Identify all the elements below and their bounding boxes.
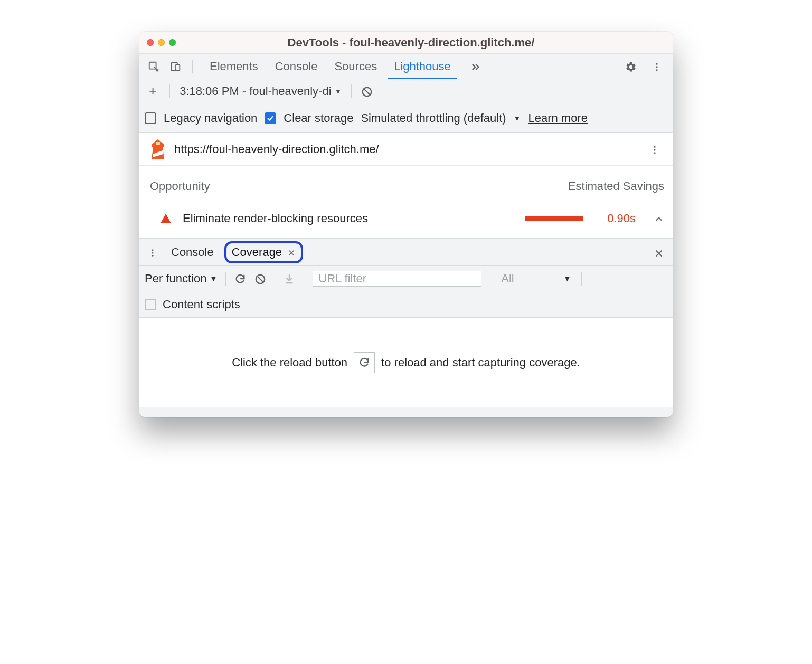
zoom-window-button[interactable] [169, 39, 176, 46]
content-scripts-row: Content scripts [139, 291, 673, 318]
lighthouse-options: Legacy navigation Clear storage Simulate… [139, 103, 673, 133]
estimated-savings-label: Estimated Savings [568, 179, 664, 193]
dropdown-caret-icon: ▼ [563, 274, 571, 283]
reload-button[interactable] [354, 352, 375, 373]
coverage-msg-part-a: Click the reload button [232, 356, 347, 369]
coverage-toolbar: Per function ▼ URL filter All ▼ [139, 266, 673, 291]
opportunity-text: Eliminate render-blocking resources [183, 212, 368, 225]
svg-point-15 [152, 252, 154, 254]
tab-label: Console [275, 60, 318, 73]
drawer-tab-coverage[interactable]: Coverage [224, 241, 303, 263]
window-title-bar: DevTools - foul-heavenly-direction.glitc… [139, 32, 673, 54]
opportunity-header: Opportunity Estimated Savings [139, 166, 673, 199]
clear-storage-checkbox[interactable] [265, 112, 276, 124]
window-title: DevTools - foul-heavenly-direction.glitc… [183, 36, 639, 50]
svg-point-3 [656, 63, 657, 64]
coverage-granularity-select[interactable]: Per function ▼ [145, 272, 217, 286]
separator [581, 272, 582, 286]
tab-lighthouse[interactable]: Lighthouse [385, 54, 459, 79]
opportunity-label: Opportunity [150, 179, 210, 193]
tab-label: Elements [210, 60, 258, 73]
coverage-msg-part-b: to reload and start capturing coverage. [381, 356, 580, 369]
minimize-window-button[interactable] [158, 39, 165, 46]
legacy-navigation-checkbox[interactable] [145, 112, 156, 124]
svg-rect-18 [286, 282, 293, 283]
report-selector-label: 3:18:06 PM - foul-heavenly-di [180, 84, 331, 98]
svg-point-11 [654, 146, 655, 147]
learn-more-link[interactable]: Learn more [528, 111, 588, 125]
close-tab-icon[interactable] [287, 245, 296, 259]
devtools-window: DevTools - foul-heavenly-direction.glitc… [139, 32, 673, 417]
lighthouse-logo-icon [150, 139, 166, 159]
savings-bar [525, 216, 583, 221]
dropdown-caret-icon: ▼ [335, 87, 342, 96]
more-tabs-icon[interactable] [466, 60, 486, 73]
opportunity-item[interactable]: Eliminate render-blocking resources 0.90… [139, 199, 673, 239]
clear-button[interactable] [361, 84, 373, 98]
content-scripts-label: Content scripts [163, 298, 240, 311]
tab-elements[interactable]: Elements [201, 54, 267, 79]
drawer-tab-bar: Console Coverage [139, 239, 673, 266]
settings-gear-icon[interactable] [621, 60, 641, 73]
svg-point-12 [654, 149, 655, 150]
export-icon [284, 272, 295, 286]
url-filter-input[interactable]: URL filter [313, 271, 481, 287]
report-url: https://foul-heavenly-direction.glitch.m… [174, 143, 379, 156]
throttling-dropdown-caret-icon[interactable]: ▼ [514, 114, 521, 122]
separator [169, 84, 170, 98]
report-menu-icon[interactable] [647, 143, 662, 156]
svg-point-4 [656, 66, 657, 68]
drawer-tab-label: Coverage [232, 245, 282, 259]
separator [351, 84, 352, 98]
coverage-type-filter[interactable]: All ▼ [499, 272, 573, 286]
dropdown-caret-icon: ▼ [210, 274, 217, 283]
drawer-tab-label: Console [171, 245, 214, 259]
svg-rect-8 [156, 142, 160, 145]
granularity-label: Per function [145, 272, 206, 286]
panel-tabs: Elements Console Sources Lighthouse [201, 54, 459, 79]
legacy-navigation-label: Legacy navigation [164, 111, 257, 125]
clear-icon[interactable] [254, 272, 266, 286]
tab-label: Sources [334, 60, 377, 73]
separator [304, 272, 304, 286]
inspect-element-icon[interactable] [146, 61, 162, 72]
traffic-lights [147, 39, 176, 46]
report-url-row: https://foul-heavenly-direction.glitch.m… [139, 133, 673, 166]
content-scripts-checkbox[interactable] [145, 299, 156, 310]
drawer-menu-icon[interactable] [145, 245, 160, 259]
bottom-strip [139, 407, 673, 417]
opportunity-time: 0.90s [607, 212, 636, 225]
new-report-button[interactable]: + [146, 83, 160, 99]
reload-icon[interactable] [234, 272, 246, 286]
type-filter-label: All [501, 272, 514, 286]
close-drawer-icon[interactable] [650, 245, 667, 260]
separator [275, 272, 275, 286]
toggle-device-toolbar-icon[interactable] [168, 61, 184, 72]
separator [192, 60, 193, 73]
tab-label: Lighthouse [394, 60, 451, 73]
svg-point-13 [654, 152, 655, 154]
warning-triangle-icon [160, 214, 171, 223]
lighthouse-toolbar: + 3:18:06 PM - foul-heavenly-di ▼ [139, 79, 673, 103]
main-toolbar: Elements Console Sources Lighthouse [139, 54, 673, 79]
separator [490, 272, 490, 286]
coverage-empty-message: Click the reload button to reload and st… [139, 318, 673, 407]
throttling-label: Simulated throttling (default) [361, 111, 506, 125]
report-selector[interactable]: 3:18:06 PM - foul-heavenly-di ▼ [180, 84, 342, 98]
svg-point-16 [152, 255, 154, 257]
more-options-icon[interactable] [647, 60, 666, 73]
close-window-button[interactable] [147, 39, 154, 46]
tab-console[interactable]: Console [267, 54, 326, 79]
svg-point-14 [152, 249, 154, 251]
svg-rect-2 [176, 64, 180, 70]
separator [225, 272, 226, 286]
svg-point-5 [656, 69, 657, 71]
tab-sources[interactable]: Sources [326, 54, 385, 79]
url-filter-placeholder: URL filter [318, 272, 366, 286]
clear-storage-label: Clear storage [284, 111, 353, 125]
collapse-chevron-icon[interactable] [654, 212, 664, 225]
drawer-tab-console[interactable]: Console [166, 243, 219, 261]
separator [612, 60, 612, 73]
